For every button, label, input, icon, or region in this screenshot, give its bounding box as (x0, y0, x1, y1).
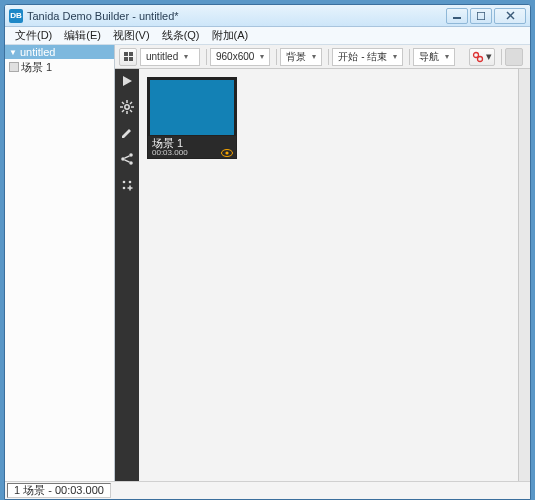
sidebar-title: untitled (20, 46, 55, 58)
toolbar-overflow-button[interactable] (505, 48, 523, 66)
background-select[interactable]: 背景 ▾ (280, 48, 322, 66)
maximize-button[interactable] (470, 8, 492, 24)
status-bar: 1 场景 - 00:03.000 (5, 481, 530, 499)
menu-edit[interactable]: 编辑(E) (58, 27, 107, 44)
resolution-select[interactable]: 960x600 ▾ (210, 48, 270, 66)
thumbnail-name: 场景 1 (152, 138, 232, 149)
link-icon (472, 51, 484, 63)
menu-file[interactable]: 文件(D) (9, 27, 58, 44)
svg-point-21 (123, 181, 126, 184)
chevron-down-icon: ▾ (442, 52, 452, 61)
svg-point-5 (478, 56, 483, 61)
background-label: 背景 (283, 50, 309, 64)
menu-addon[interactable]: 附加(A) (206, 27, 255, 44)
svg-point-17 (121, 157, 125, 161)
window-title: Tanida Demo Builder - untitled* (27, 10, 446, 22)
svg-line-12 (122, 102, 124, 104)
scene-select-label: untitled (143, 51, 181, 62)
startend-label: 开始 - 结束 (335, 50, 390, 64)
svg-line-19 (125, 156, 130, 158)
chevron-down-icon: ▾ (257, 52, 267, 61)
play-button[interactable] (119, 73, 135, 89)
edit-button[interactable] (119, 125, 135, 141)
startend-select[interactable]: 开始 - 结束 ▾ (332, 48, 403, 66)
separator (276, 49, 277, 65)
close-button[interactable] (494, 8, 526, 24)
svg-marker-6 (123, 76, 132, 86)
collapse-triangle-icon: ▼ (9, 48, 17, 57)
add-button[interactable] (119, 177, 135, 193)
svg-line-20 (125, 160, 130, 162)
svg-point-7 (125, 105, 129, 109)
chevron-down-icon: ▾ (309, 52, 319, 61)
svg-point-4 (474, 52, 479, 57)
separator (328, 49, 329, 65)
status-text: 1 场景 - 00:03.000 (7, 483, 111, 498)
app-icon: DB (9, 9, 23, 23)
scene-sidebar: ▼ untitled 场景 1 (5, 45, 115, 481)
svg-rect-0 (453, 17, 461, 19)
visibility-icon[interactable] (221, 147, 233, 155)
svg-line-14 (130, 102, 132, 104)
chevron-down-icon: ▾ (390, 52, 400, 61)
grid-view-button[interactable] (119, 48, 137, 66)
nav-label: 导航 (416, 50, 442, 64)
separator (501, 49, 502, 65)
vertical-scrollbar[interactable] (518, 69, 530, 481)
separator (206, 49, 207, 65)
resolution-label: 960x600 (213, 51, 257, 62)
separator (409, 49, 410, 65)
svg-point-18 (129, 161, 133, 165)
menu-view[interactable]: 视图(V) (107, 27, 156, 44)
svg-line-13 (130, 110, 132, 112)
sidebar-header[interactable]: ▼ untitled (5, 45, 114, 59)
svg-point-22 (129, 181, 132, 184)
menubar: 文件(D) 编辑(E) 视图(V) 线条(Q) 附加(A) (5, 27, 530, 45)
share-button[interactable] (119, 151, 135, 167)
scene-select[interactable]: untitled ▾ (140, 48, 200, 66)
chevron-down-icon: ▾ (486, 50, 492, 63)
svg-point-16 (129, 153, 133, 157)
side-toolbar (115, 69, 139, 481)
svg-point-23 (123, 187, 126, 190)
app-window: DB Tanida Demo Builder - untitled* 文件(D)… (4, 4, 531, 500)
stage-canvas[interactable]: 场景 1 00:03.000 (139, 69, 518, 481)
titlebar[interactable]: DB Tanida Demo Builder - untitled* (5, 5, 530, 27)
thumbnail-preview (148, 78, 236, 136)
chevron-down-icon: ▾ (181, 52, 191, 61)
link-tool-button[interactable]: ▾ (469, 48, 495, 66)
menu-lines[interactable]: 线条(Q) (156, 27, 206, 44)
minimize-button[interactable] (446, 8, 468, 24)
scene-thumbnail[interactable]: 场景 1 00:03.000 (147, 77, 237, 159)
sidebar-item-scene[interactable]: 场景 1 (5, 59, 114, 75)
svg-point-27 (225, 151, 228, 154)
toolbar: untitled ▾ 960x600 ▾ 背景 ▾ 开始 - 结束 ▾ (115, 45, 530, 69)
nav-select[interactable]: 导航 ▾ (413, 48, 455, 66)
svg-rect-1 (477, 12, 485, 20)
svg-line-15 (122, 110, 124, 112)
thumbnail-time: 00:03.000 (152, 149, 232, 157)
grid-icon (124, 52, 133, 61)
thumbnail-info: 场景 1 00:03.000 (148, 136, 236, 158)
settings-button[interactable] (119, 99, 135, 115)
